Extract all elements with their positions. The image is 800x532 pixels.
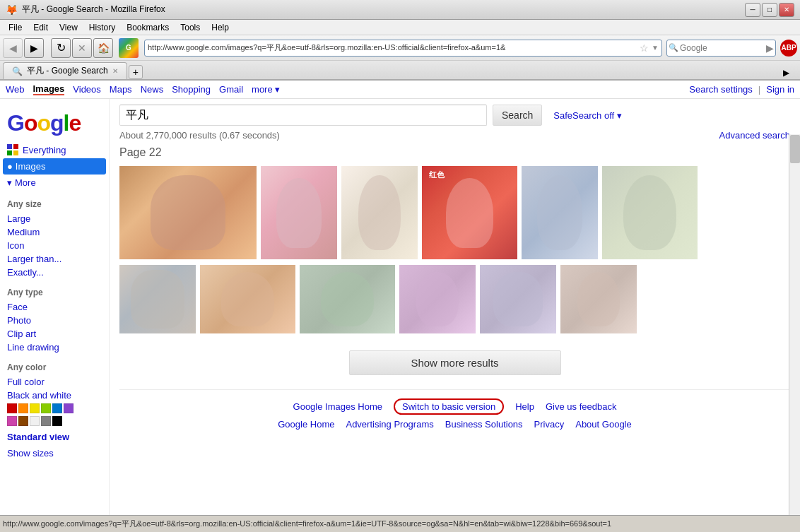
status-url: http://www.google.com/images?q=平凡&oe=utf… (3, 519, 611, 529)
restore-button[interactable]: □ (762, 3, 777, 17)
sidebar-item-everything[interactable]: Everything (0, 141, 109, 158)
minimize-button[interactable]: ─ (745, 3, 760, 17)
menu-history[interactable]: History (83, 21, 121, 34)
bookmark-star-icon[interactable]: ☆ (640, 42, 649, 54)
result-info: About 2,770,000 results (0.67 seconds) A… (119, 130, 790, 141)
show-sizes-link[interactable]: Show sizes (0, 447, 109, 460)
tab-title: 平凡 - Google Search (27, 65, 108, 77)
browser-search-submit[interactable]: ▶ (766, 42, 774, 54)
image-thumb-9[interactable] (300, 265, 395, 333)
image-thumb-4[interactable]: 红色 (422, 166, 517, 259)
home-button[interactable]: 🏠 (93, 38, 113, 58)
more-label: More (15, 177, 36, 188)
tab-close-button[interactable]: ✕ (112, 67, 118, 75)
nav-shopping[interactable]: Shopping (172, 84, 211, 95)
tab-scroll-right[interactable]: ▶ (783, 68, 794, 79)
logo-o2: o (37, 110, 50, 136)
filter-face[interactable]: Face (0, 300, 109, 314)
image-thumb-10[interactable] (399, 265, 476, 333)
menu-bookmarks[interactable]: Bookmarks (121, 21, 175, 34)
safesearch-toggle[interactable]: SafeSearch off ▾ (553, 110, 621, 121)
search-settings-link[interactable]: Search settings (689, 84, 753, 95)
nav-images[interactable]: Images (33, 83, 65, 95)
filter-black-white[interactable]: Black and white (0, 389, 109, 402)
image-thumb-8[interactable] (200, 265, 295, 333)
adblock-button[interactable]: ABP (780, 40, 797, 57)
standard-view-label[interactable]: Standard view (0, 427, 109, 447)
menu-help[interactable]: Help (206, 21, 235, 34)
footer-about-google[interactable]: About Google (575, 419, 632, 430)
browser-search-bar[interactable]: 🔍 ▶ (666, 40, 776, 57)
reload-button[interactable]: ↻ (51, 38, 71, 58)
color-pink[interactable] (7, 416, 17, 426)
footer-privacy[interactable]: Privacy (534, 419, 565, 430)
footer-help[interactable]: Help (515, 401, 534, 412)
color-red[interactable] (7, 403, 17, 413)
tab-favicon: 🔍 (12, 66, 23, 76)
filter-full-color[interactable]: Full color (0, 375, 109, 389)
back-button[interactable]: ◀ (3, 38, 23, 58)
footer-google-home[interactable]: Google Home (278, 419, 334, 430)
toplinks-left: Web Images Videos Maps News Shopping Gma… (6, 83, 280, 95)
image-thumb-3[interactable] (341, 166, 418, 259)
footer-switch-basic[interactable]: Switch to basic version (394, 398, 504, 415)
new-tab-button[interactable]: + (129, 65, 143, 79)
menu-file[interactable]: File (3, 21, 28, 34)
image-thumb-7[interactable] (119, 265, 196, 333)
footer-business[interactable]: Business Solutions (445, 419, 523, 430)
search-input[interactable] (119, 105, 487, 126)
sidebar-item-images[interactable]: ● Images (3, 158, 106, 175)
menu-view[interactable]: View (54, 21, 83, 34)
image-thumb-2[interactable] (261, 166, 337, 259)
menu-tools[interactable]: Tools (175, 21, 206, 34)
logo-e: e (69, 110, 81, 136)
close-button[interactable]: ✕ (779, 3, 794, 17)
color-orange[interactable] (18, 403, 28, 413)
image-thumb-1[interactable] (119, 166, 257, 259)
nav-web[interactable]: Web (6, 84, 25, 95)
top-navigation: Web Images Videos Maps News Shopping Gma… (0, 81, 800, 99)
show-more-button[interactable]: Show more results (349, 350, 561, 375)
address-bar[interactable]: http://www.google.com/images?q=平凡&oe=utf… (144, 40, 662, 57)
nav-maps[interactable]: Maps (110, 84, 132, 95)
sign-in-link[interactable]: Sign in (766, 84, 794, 95)
color-yellow[interactable] (30, 403, 40, 413)
nav-news[interactable]: News (141, 84, 164, 95)
filter-photo[interactable]: Photo (0, 314, 109, 327)
color-green[interactable] (41, 403, 51, 413)
forward-button[interactable]: ▶ (24, 38, 44, 58)
footer-google-images-home[interactable]: Google Images Home (293, 401, 382, 412)
sidebar-item-more[interactable]: ▾ More (0, 175, 109, 191)
footer-give-feedback[interactable]: Give us feedback (546, 401, 616, 412)
active-tab[interactable]: 🔍 平凡 - Google Search ✕ (3, 62, 127, 79)
filter-medium[interactable]: Medium (0, 225, 109, 239)
stop-button[interactable]: ✕ (72, 38, 92, 58)
image-thumb-12[interactable] (560, 265, 637, 333)
color-brown[interactable] (18, 416, 28, 426)
image-thumb-5[interactable] (522, 166, 598, 259)
filter-large[interactable]: Large (0, 212, 109, 225)
color-white[interactable] (30, 416, 40, 426)
color-blue[interactable] (52, 403, 62, 413)
scrollbar-thumb[interactable] (790, 135, 800, 163)
browser-search-input[interactable] (680, 43, 765, 53)
nav-gmail[interactable]: Gmail (219, 84, 243, 95)
filter-exactly[interactable]: Exactly... (0, 266, 109, 279)
filter-clip-art[interactable]: Clip art (0, 327, 109, 341)
menu-edit[interactable]: Edit (28, 21, 54, 34)
image-thumb-11[interactable] (480, 265, 556, 333)
filter-larger-than[interactable]: Larger than... (0, 252, 109, 266)
footer-advertising[interactable]: Advertising Programs (346, 419, 433, 430)
search-button[interactable]: Search (493, 105, 542, 126)
filter-icon[interactable]: Icon (0, 239, 109, 252)
image-thumb-6[interactable] (602, 166, 698, 259)
nav-videos[interactable]: Videos (73, 84, 101, 95)
color-black[interactable] (52, 416, 62, 426)
nav-more[interactable]: more ▾ (252, 84, 280, 95)
advanced-search-link[interactable]: Advanced search (719, 130, 790, 141)
filter-line-drawing[interactable]: Line drawing (0, 341, 109, 354)
color-purple[interactable] (64, 403, 73, 413)
color-gray[interactable] (41, 416, 51, 426)
address-dropdown-icon[interactable]: ▼ (652, 44, 659, 52)
main-layout: Google Everything ● Images ▾ More Any si… (0, 99, 800, 515)
